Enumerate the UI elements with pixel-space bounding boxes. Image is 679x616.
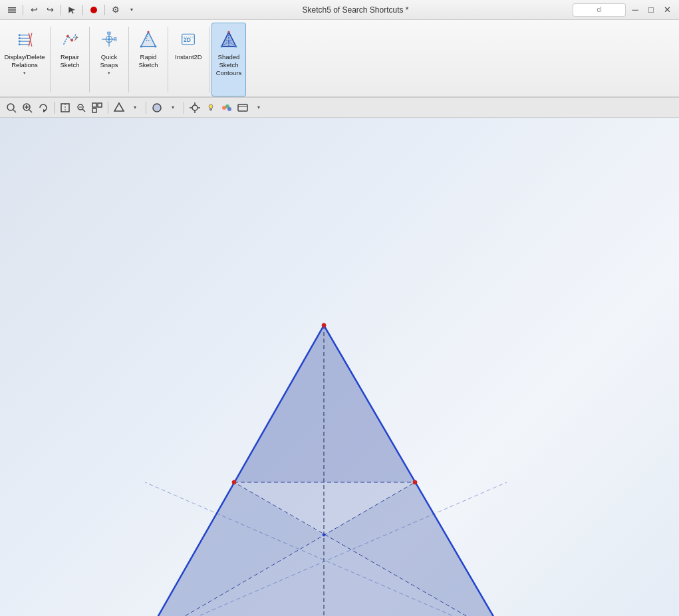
- svg-point-35: [227, 31, 229, 33]
- sketch-svg: [0, 118, 679, 616]
- standard-views-icon[interactable]: [90, 100, 104, 115]
- undo-icon[interactable]: ↩: [27, 3, 41, 17]
- sep-after-display: [50, 27, 51, 92]
- svg-marker-3: [68, 7, 76, 14]
- svg-point-36: [221, 45, 223, 47]
- window-close-icon[interactable]: ✕: [660, 3, 674, 17]
- svg-point-38: [7, 104, 14, 110]
- sec-sep4: [184, 102, 184, 114]
- sep-after-instant: [209, 27, 209, 92]
- repair-sketch-icon: [58, 27, 82, 51]
- svg-marker-53: [114, 103, 124, 111]
- rapid-sketch-icon: [136, 27, 160, 51]
- ribbon-toolbar: Display/DeleteRelations ▾ RepairSketch: [0, 20, 679, 98]
- svg-point-11: [19, 41, 21, 43]
- window-maximize-icon[interactable]: □: [644, 3, 658, 17]
- quick-snaps-icon: [97, 27, 121, 51]
- display-manager-dropdown[interactable]: ▾: [251, 100, 266, 115]
- search-box[interactable]: cl: [573, 3, 626, 17]
- sep2: [61, 5, 61, 15]
- sep1: [23, 5, 23, 15]
- display-delete-relations-arrow[interactable]: ▾: [23, 71, 26, 76]
- magnify-icon[interactable]: [74, 100, 88, 115]
- svg-point-54: [153, 104, 161, 112]
- sep3: [82, 5, 83, 15]
- display-manager-icon[interactable]: [235, 100, 250, 115]
- settings-icon[interactable]: ⚙: [109, 3, 122, 17]
- svg-rect-61: [209, 108, 212, 110]
- settings-dropdown-icon[interactable]: ▾: [125, 3, 138, 17]
- svg-point-15: [67, 35, 69, 37]
- svg-point-16: [70, 39, 73, 42]
- rotate-icon[interactable]: [36, 100, 51, 115]
- display-style-icon[interactable]: [150, 100, 164, 115]
- rapid-sketch-label: RapidSketch: [138, 53, 158, 69]
- svg-point-25: [147, 31, 149, 33]
- svg-rect-52: [92, 108, 96, 112]
- repair-sketch-button[interactable]: RepairSketch: [53, 23, 87, 96]
- svg-point-10: [19, 37, 21, 39]
- shaded-sketch-contours-button[interactable]: ShadedSketchContours: [211, 23, 247, 96]
- zoom-in-icon[interactable]: [20, 100, 35, 115]
- svg-point-37: [235, 45, 237, 47]
- svg-line-48: [82, 109, 85, 112]
- svg-point-60: [209, 104, 213, 108]
- display-style-dropdown[interactable]: ▾: [166, 100, 180, 115]
- shaded-sketch-contours-icon: [217, 27, 241, 51]
- section-view-icon[interactable]: [58, 100, 72, 115]
- titlebar: ↩ ↪ ⚙ ▾ Sketch5 of Search Shortcuts * cl…: [0, 0, 679, 20]
- svg-rect-51: [98, 103, 102, 107]
- titlebar-right: cl ─ □ ✕: [573, 3, 674, 17]
- view-orientation-icon[interactable]: [112, 100, 126, 115]
- svg-point-12: [19, 43, 21, 45]
- sep-after-rapid: [168, 27, 168, 92]
- zoom-to-fit-icon[interactable]: [4, 100, 19, 115]
- view-dropdown-icon[interactable]: ▾: [128, 100, 142, 115]
- svg-text:2D: 2D: [184, 37, 191, 43]
- cursor-icon[interactable]: [65, 3, 78, 17]
- canvas-area: [0, 118, 679, 616]
- redo-icon[interactable]: ↪: [43, 3, 57, 17]
- svg-point-55: [192, 105, 198, 110]
- sec-sep1: [54, 102, 55, 114]
- instant2d-icon: 2D: [176, 27, 200, 51]
- sep-after-snaps: [128, 27, 129, 92]
- scene-icon[interactable]: [188, 100, 202, 115]
- svg-point-84: [413, 480, 417, 484]
- svg-rect-66: [238, 104, 247, 111]
- menu-icon[interactable]: [5, 3, 19, 17]
- svg-marker-31: [221, 32, 236, 47]
- svg-point-26: [140, 45, 142, 47]
- quick-snaps-arrow[interactable]: ▾: [108, 71, 110, 76]
- svg-point-9: [19, 34, 21, 36]
- svg-point-87: [323, 534, 325, 536]
- display-delete-relations-icon: [13, 27, 37, 51]
- rapid-sketch-button[interactable]: RapidSketch: [131, 23, 166, 96]
- svg-line-39: [13, 110, 16, 112]
- titlebar-left: ↩ ↪ ⚙ ▾: [5, 3, 138, 17]
- sep4: [104, 5, 105, 15]
- svg-rect-50: [92, 103, 96, 107]
- display-delete-relations-label: Display/DeleteRelations: [4, 53, 45, 69]
- svg-rect-0: [8, 7, 16, 9]
- sep-after-repair: [89, 27, 90, 92]
- shaded-sketch-contours-label: ShadedSketchContours: [216, 53, 242, 77]
- record-icon[interactable]: [87, 3, 100, 17]
- svg-rect-62: [210, 110, 212, 111]
- svg-point-27: [154, 45, 156, 47]
- svg-rect-1: [8, 9, 16, 11]
- svg-point-20: [108, 38, 110, 40]
- svg-rect-2: [8, 11, 16, 13]
- repair-sketch-label: RepairSketch: [60, 53, 79, 69]
- svg-point-80: [322, 323, 326, 327]
- secondary-toolbar: ▾ ▾ ▾: [0, 98, 679, 118]
- lights-icon[interactable]: [204, 100, 218, 115]
- instant2d-button[interactable]: 2D Instant2D: [170, 23, 207, 96]
- svg-point-83: [232, 480, 236, 484]
- svg-point-4: [90, 7, 97, 13]
- appearance-icon[interactable]: [219, 100, 234, 115]
- window-minimize-icon[interactable]: ─: [628, 3, 642, 17]
- display-delete-relations-button[interactable]: Display/DeleteRelations ▾: [1, 23, 48, 96]
- sec-sep3: [146, 102, 146, 114]
- quick-snaps-button[interactable]: QuickSnaps ▾: [92, 23, 126, 96]
